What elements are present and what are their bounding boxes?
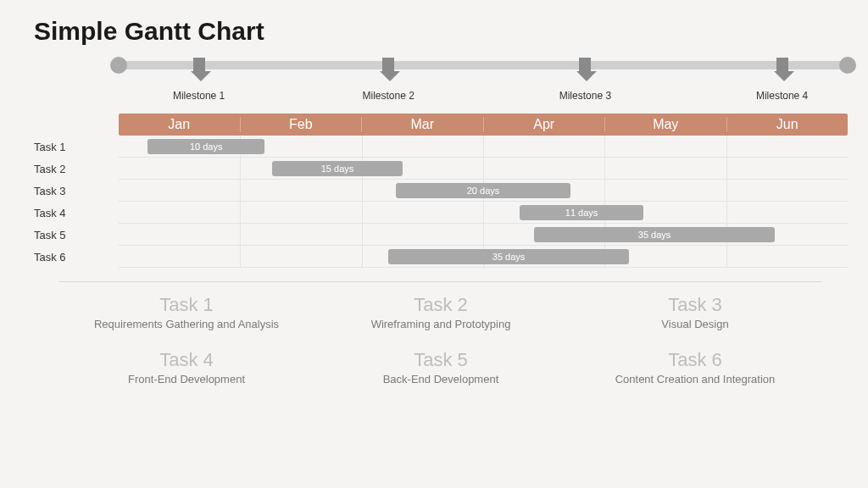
legend-item: Task 2Wireframing and Prototyping (314, 294, 568, 330)
legend-item-subtitle: Wireframing and Prototyping (314, 318, 568, 330)
gantt-row: Task 320 days (119, 180, 848, 202)
task-row-label: Task 2 (34, 163, 110, 175)
legend-item-title: Task 5 (314, 349, 568, 371)
milestone-arrow-icon (576, 58, 593, 81)
legend-item-subtitle: Back-End Development (314, 373, 568, 385)
task-row-track: 35 days (119, 224, 848, 246)
milestone-labels: Milestone 1Milestone 2Milestone 3Milesto… (119, 90, 848, 107)
month-header-cell: May (605, 117, 727, 132)
timeline-track (119, 61, 848, 69)
month-header-cell: Jun (727, 117, 849, 132)
legend-item-subtitle: Requirements Gathering and Analysis (59, 318, 314, 330)
task-row-label: Task 6 (34, 251, 110, 263)
legend-item: Task 4Front-End Development (59, 349, 314, 385)
gantt-row: Task 535 days (119, 224, 848, 246)
legend-item-title: Task 4 (59, 349, 314, 371)
task-row-track: 11 days (119, 202, 848, 224)
task-bar: 10 days (147, 139, 264, 154)
milestone-label: Milestone 1 (173, 90, 225, 102)
legend-item-subtitle: Visual Design (568, 318, 822, 330)
milestone-arrow-icon (191, 58, 208, 81)
section-divider (59, 281, 822, 282)
task-bar: 15 days (272, 161, 403, 176)
legend-item: Task 5Back-End Development (314, 349, 568, 385)
month-header-cell: Jan (119, 117, 241, 132)
month-header-cell: Mar (362, 117, 484, 132)
legend-item-subtitle: Content Creation and Integration (568, 373, 822, 385)
task-row-track: 35 days (119, 246, 848, 268)
month-header-cell: Feb (241, 117, 363, 132)
gantt-row: Task 411 days (119, 202, 848, 224)
gantt-row: Task 215 days (119, 158, 848, 180)
legend-item: Task 3Visual Design (568, 294, 822, 330)
legend-item-subtitle: Front-End Development (59, 373, 314, 385)
milestone-label: Milestone 4 (756, 90, 808, 102)
task-bar: 35 days (388, 249, 629, 264)
month-header-cell: Apr (484, 117, 606, 132)
task-row-label: Task 3 (34, 185, 110, 197)
task-legend: Task 1Requirements Gathering and Analysi… (59, 294, 822, 385)
page-title: Simple Gantt Chart (34, 17, 834, 46)
legend-item-title: Task 3 (568, 294, 822, 316)
task-row-track: 20 days (119, 180, 848, 202)
task-row-track: 10 days (119, 136, 848, 158)
milestone-arrow-icon (380, 58, 397, 81)
task-row-label: Task 4 (34, 207, 110, 219)
legend-item: Task 6Content Creation and Integration (568, 349, 822, 385)
task-row-label: Task 5 (34, 229, 110, 241)
gantt-row: Task 110 days (119, 136, 848, 158)
legend-item-title: Task 1 (59, 294, 314, 316)
task-row-label: Task 1 (34, 141, 110, 153)
task-row-track: 15 days (119, 158, 848, 180)
task-bar: 35 days (534, 227, 775, 242)
task-bar: 11 days (520, 205, 643, 220)
months-header: JanFebMarAprMayJun (119, 114, 848, 136)
legend-item: Task 1Requirements Gathering and Analysi… (59, 294, 314, 330)
gantt-body: Task 110 daysTask 215 daysTask 320 daysT… (119, 136, 848, 268)
task-bar: 20 days (396, 183, 570, 198)
gantt-chart: Milestone 1Milestone 2Milestone 3Milesto… (119, 61, 848, 268)
milestone-arrow-icon (774, 58, 791, 81)
milestone-label: Milestone 2 (363, 90, 415, 102)
legend-item-title: Task 6 (568, 349, 822, 371)
gantt-row: Task 635 days (119, 246, 848, 268)
milestone-label: Milestone 3 (559, 90, 611, 102)
legend-item-title: Task 2 (314, 294, 568, 316)
